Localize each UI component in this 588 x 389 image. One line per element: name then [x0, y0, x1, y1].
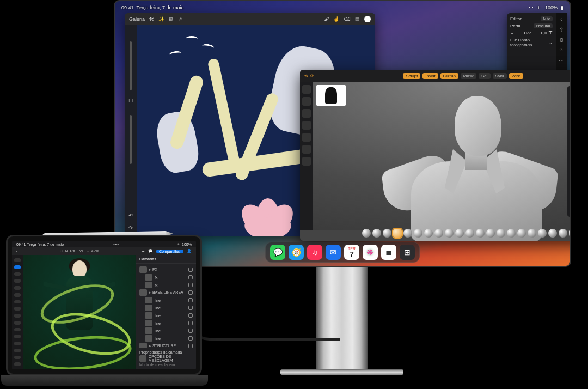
layer-item[interactable]: line — [139, 296, 193, 304]
arrow-icon[interactable]: ↗ — [178, 16, 182, 22]
nomad-left-tool[interactable] — [302, 97, 311, 106]
cloud-icon[interactable]: ☁ — [141, 249, 145, 253]
visibility-toggle[interactable] — [188, 268, 193, 272]
visibility-toggle[interactable] — [188, 298, 193, 302]
brush-preset[interactable] — [486, 229, 495, 238]
dock-app-messages[interactable]: 💬 — [270, 245, 285, 260]
brush-preset[interactable] — [403, 229, 412, 238]
dock-app-music[interactable]: ♫ — [307, 245, 322, 260]
ipad-tool[interactable] — [14, 321, 21, 325]
visibility-toggle[interactable] — [188, 329, 193, 333]
brush-preset[interactable] — [569, 229, 572, 238]
dock-app-photos[interactable]: ❋ — [363, 245, 378, 260]
visibility-toggle[interactable] — [188, 336, 193, 341]
brush-preset[interactable] — [538, 229, 547, 238]
comment-icon[interactable]: 💬 — [148, 249, 153, 253]
visibility-toggle[interactable] — [188, 306, 193, 310]
materials-panel[interactable]: ▦ Materials ＋ ≡ Flat ColorMatCap RedChal… — [567, 86, 571, 217]
layer-item[interactable]: line — [139, 304, 193, 312]
material-flat-color[interactable]: Flat Color — [570, 100, 571, 118]
document-title[interactable]: CENTRAL_v1 — [60, 249, 84, 253]
profile-button[interactable]: Procurar — [534, 23, 553, 28]
dock-app-mail[interactable]: ✉︎ — [326, 245, 341, 260]
brush-preset[interactable] — [455, 229, 464, 238]
layer-item[interactable]: fx — [139, 273, 193, 281]
nomad-chip-mask[interactable]: Mask — [461, 73, 476, 79]
dock-app-safari[interactable]: 🧭 — [289, 245, 304, 260]
person-icon[interactable]: 👤 — [187, 249, 192, 253]
visibility-toggle[interactable] — [188, 313, 193, 318]
mirror-icon[interactable]: ⟲ — [304, 74, 308, 78]
ipad-tool[interactable] — [14, 328, 21, 332]
dock-app-app-library[interactable]: ⊞ — [400, 245, 415, 260]
modify-icon[interactable]: ◻ — [128, 97, 133, 103]
dock-app-reminders[interactable]: ≣ — [381, 245, 396, 260]
brush-preset[interactable] — [372, 229, 381, 238]
brush-preset[interactable] — [476, 229, 485, 238]
share-button[interactable]: Compartilhar — [156, 250, 183, 253]
ipad-tool[interactable] — [14, 300, 21, 304]
nomad-chip-wire[interactable]: Wire — [509, 73, 523, 79]
blend-options[interactable]: OPÇÕES DE MESCLAGEM — [149, 355, 193, 362]
visibility-toggle[interactable] — [188, 290, 193, 295]
ipad-canvas[interactable] — [23, 255, 136, 369]
gallery-button[interactable]: Galeria — [129, 16, 145, 22]
grid-icon[interactable]: ▦ — [570, 90, 571, 96]
dock-app-calendar[interactable]: TER7 — [344, 245, 359, 260]
ipad-tool[interactable] — [14, 314, 21, 318]
ipad-tool[interactable] — [14, 258, 21, 262]
blend-mode-label[interactable]: Modo de mesclagem — [139, 363, 193, 367]
brush-preset[interactable] — [414, 229, 422, 238]
chevron-down-icon[interactable]: ⌄ — [549, 40, 553, 45]
ipad-tool[interactable] — [14, 265, 21, 269]
layer-item[interactable]: line — [139, 327, 193, 335]
brush-preset[interactable] — [559, 229, 567, 238]
ipad-tool[interactable] — [14, 342, 21, 345]
brush-preset[interactable] — [507, 229, 516, 238]
brush-preset[interactable] — [497, 229, 505, 238]
inspector-row-label[interactable]: LU: Como fotografado — [510, 38, 549, 47]
layers-list[interactable]: FXfxfxBASE LINE AREAlinelinelinelineline… — [136, 264, 196, 348]
eraser-icon[interactable]: ⌫ — [344, 16, 351, 22]
nomad-chip-sel[interactable]: Sel — [479, 73, 491, 79]
brush-size-slider[interactable] — [130, 41, 132, 90]
nomad-chip-paint[interactable]: Paint — [422, 73, 438, 79]
visibility-toggle[interactable] — [188, 321, 193, 325]
brush-preset[interactable] — [362, 229, 371, 238]
nomad-chip-sym[interactable]: Sym — [493, 73, 507, 79]
ipad-right-panel[interactable]: Camadas FXfxfxBASE LINE AREAlinelineline… — [136, 255, 196, 369]
nomad-left-tool[interactable] — [302, 145, 311, 154]
mirror-icon[interactable]: ⟳ — [310, 74, 314, 78]
ipad-tool[interactable] — [14, 356, 21, 360]
brush-preset[interactable] — [393, 229, 402, 238]
nomad-left-tool[interactable] — [302, 85, 311, 94]
layers-icon[interactable]: ▤ — [355, 16, 360, 22]
visibility-toggle[interactable] — [188, 344, 193, 348]
brush-preset[interactable] — [383, 229, 391, 238]
nomad-canvas[interactable] — [313, 82, 571, 230]
brush-opacity-slider[interactable] — [130, 115, 132, 164]
chevron-down-icon[interactable]: ⌄ — [510, 31, 514, 35]
brush-preset[interactable] — [548, 229, 557, 238]
brush-preset[interactable] — [434, 229, 443, 238]
layer-item[interactable]: fx — [139, 281, 193, 289]
layer-item[interactable]: line — [139, 312, 193, 319]
nomad-left-tool[interactable] — [302, 133, 311, 142]
ipad-tool[interactable] — [14, 349, 21, 352]
layer-item[interactable]: line — [139, 319, 193, 327]
auto-button[interactable]: Auto — [541, 16, 553, 21]
sliders-icon[interactable]: ⚙ — [559, 37, 564, 43]
nomad-chip-gizmo[interactable]: Gizmo — [440, 73, 458, 79]
brush-preset[interactable] — [465, 229, 474, 238]
nomad-left-tool[interactable] — [302, 157, 311, 166]
ipad-tool[interactable] — [14, 307, 21, 311]
brush-preset[interactable] — [424, 229, 433, 238]
favorite-icon[interactable]: ♡ — [559, 47, 564, 53]
material-green-met[interactable]: Green Met — [570, 162, 571, 180]
nomad-left-tool[interactable] — [302, 121, 311, 130]
material-matcap[interactable]: MatCap — [570, 183, 571, 201]
brush-preset[interactable] — [528, 229, 536, 238]
wrench-icon[interactable]: 🛠 — [149, 16, 154, 22]
visibility-toggle[interactable] — [188, 283, 193, 287]
share-icon[interactable]: ⇪ — [559, 27, 564, 33]
